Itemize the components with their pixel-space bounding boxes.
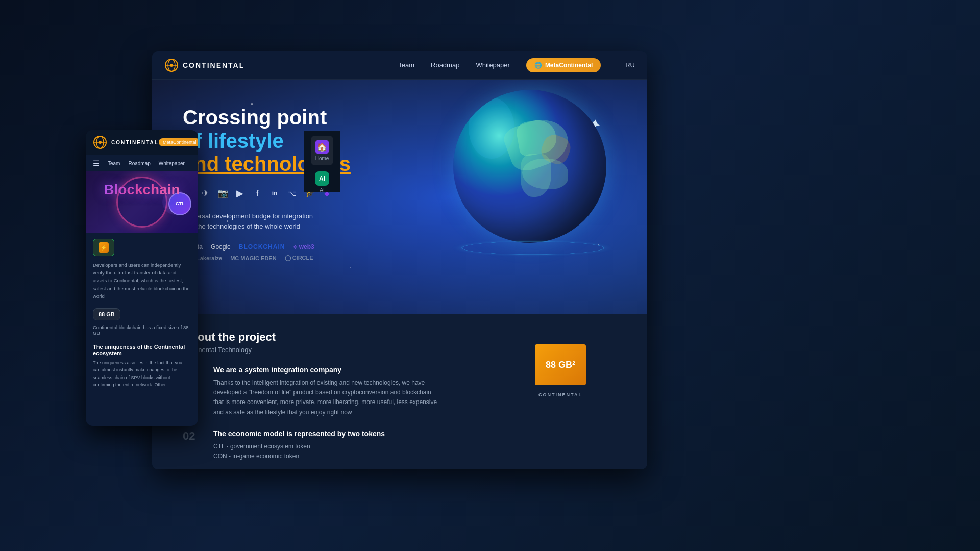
partner-logos-row2: AI Lakeraize MC MAGIC EDEN ◯ CIRCLE [183, 255, 351, 261]
blockchain-banner: Blockchain CTL [86, 171, 198, 233]
project-item2-token1: CTL - government ecosystem token [213, 442, 385, 452]
language-button[interactable]: RU [625, 61, 635, 69]
mobile-content-area: ⚡ Developers and users can independently… [86, 233, 198, 395]
mobile-logo-area: CONTINENTAL [93, 135, 159, 149]
mobile-gb-description: Continental blockchain has a fixed size … [93, 324, 191, 336]
logo-text: CONTINENTAL [183, 61, 244, 69]
hamburger-icon[interactable]: ☰ [93, 159, 100, 167]
youtube-icon[interactable]: ▶ [235, 188, 245, 199]
mobile-logo-text: CONTINENTAL [111, 140, 159, 145]
sidebar-left: 🏠 Home AI AI [304, 131, 340, 192]
meta-btn-icon: 🌐 [534, 62, 542, 69]
sidebar-ai-label: AI [320, 187, 324, 193]
ai-icon: AI [315, 171, 329, 186]
mobile-description-text: Developers and users can independently v… [93, 261, 191, 300]
mobile-uniqueness-title: The uniqueness of the Continental ecosys… [93, 344, 191, 356]
sidebar-item-ai[interactable]: AI AI [311, 167, 333, 197]
sidebar-item-home[interactable]: 🏠 Home [311, 136, 333, 165]
badge-lightning-icon: ⚡ [99, 242, 109, 253]
mobile-meta-btn[interactable]: MetaContinental [159, 138, 198, 146]
hero-description: Universal development bridge for integra… [183, 211, 346, 231]
earth-globe [453, 90, 606, 243]
gb-amount-badge: 88 GB² [535, 344, 586, 385]
continent-africa [521, 154, 551, 197]
facebook-icon[interactable]: f [252, 189, 262, 197]
svg-point-7 [170, 64, 173, 67]
mobile-gb-label: 88 GB [99, 311, 115, 317]
nav-roadmap[interactable]: Roadmap [431, 61, 459, 69]
about-subtitle: Continental Technology [183, 346, 504, 354]
logo-globe-icon [164, 58, 179, 72]
mobile-logo-globe-icon [93, 135, 107, 149]
nav-team[interactable]: Team [398, 61, 414, 69]
hero-section: ✦ Crossing point of lifestyle and techno… [152, 80, 647, 314]
home-icon: 🏠 [315, 140, 329, 154]
partner-logos-row1: @Meta Google BLOCKCHAIN ⟡ web3 [183, 243, 351, 251]
mobile-sub-nav: ☰ Team Roadmap Whitepaper [86, 155, 198, 171]
continental-label-text: CONTINENTAL [538, 392, 582, 397]
sidebar-home-label: Home [315, 156, 329, 161]
google-partner-logo: Google [211, 243, 231, 251]
earth-globe-container [453, 90, 627, 263]
project-item-1: 01 We are a system integration company T… [183, 366, 504, 417]
mobile-badge: ⚡ [93, 239, 114, 256]
magic-eden-partner-logo: MC MAGIC EDEN [230, 255, 276, 261]
about-title: About the project [183, 331, 504, 344]
meta-continental-button[interactable]: 🌐 MetaContinental [526, 58, 601, 72]
top-navigation: CONTINENTAL Team Roadmap Whitepaper 🌐 Me… [152, 51, 647, 80]
github-icon[interactable]: ⌥ [287, 189, 297, 197]
web3-partner-logo: ⟡ web3 [293, 243, 314, 251]
continental-footer-label: CONTINENTAL [538, 389, 582, 398]
telegram-icon[interactable]: ✈ [200, 188, 210, 199]
circle-partner-logo: ◯ CIRCLE [285, 255, 313, 261]
project-item2-token2: CON - in-game economic token [213, 452, 385, 461]
gb-right-panel: 88 GB² CONTINENTAL [504, 331, 617, 412]
mobile-top-nav: CONTINENTAL MetaContinental [86, 130, 198, 155]
project-number-2: 02 [183, 430, 203, 461]
instagram-icon[interactable]: 📷 [217, 188, 228, 199]
gb-amount-text: 88 GB² [546, 360, 575, 370]
galaxy-ring [461, 241, 604, 255]
ocean-highlight [469, 97, 514, 159]
hero-desc-line2: with the technologies of the whole world [183, 222, 300, 230]
about-section: About the project Continental Technology… [152, 314, 647, 469]
meta-btn-text: MetaContinental [545, 62, 593, 69]
mobile-preview-window: CONTINENTAL MetaContinental ☰ Team Roadm… [86, 130, 198, 426]
project-item1-desc: Thanks to the intelligent integration of… [213, 378, 438, 417]
project-details-1: We are a system integration company Than… [213, 366, 438, 417]
lakeraize-partner-logo: Lakeraize [197, 255, 222, 261]
mobile-nav-whitepaper[interactable]: Whitepaper [159, 161, 185, 166]
mobile-uniqueness-text: The uniqueness also lies in the fact tha… [93, 359, 191, 389]
blockchain-partner-logo: BLOCKCHAIN [239, 243, 285, 251]
main-browser-window: 🏠 Home AI AI CONTINENTAL Team Roadmap Wh… [152, 51, 647, 469]
nav-links: Team Roadmap Whitepaper 🌐 MetaContinenta… [398, 58, 635, 72]
blockchain-banner-text: Blockchain [104, 182, 180, 198]
project-item1-title: We are a system integration company [213, 366, 438, 374]
project-item-2: 02 The economic model is represented by … [183, 430, 504, 461]
mobile-gb-badge: 88 GB [93, 308, 120, 320]
mobile-nav-team[interactable]: Team [108, 161, 120, 166]
hero-title-line1: Crossing point [183, 106, 327, 129]
project-item2-title: The economic model is represented by two… [213, 430, 385, 438]
hero-desc-line1: Universal development bridge for integra… [183, 212, 313, 220]
logo-area: CONTINENTAL [164, 58, 244, 72]
project-details-2: The economic model is represented by two… [213, 430, 385, 461]
nav-whitepaper[interactable]: Whitepaper [476, 61, 509, 69]
mobile-nav-roadmap[interactable]: Roadmap [128, 161, 150, 166]
svg-point-3 [99, 141, 102, 144]
about-content: About the project Continental Technology… [183, 331, 504, 469]
linkedin-icon[interactable]: in [270, 190, 280, 197]
